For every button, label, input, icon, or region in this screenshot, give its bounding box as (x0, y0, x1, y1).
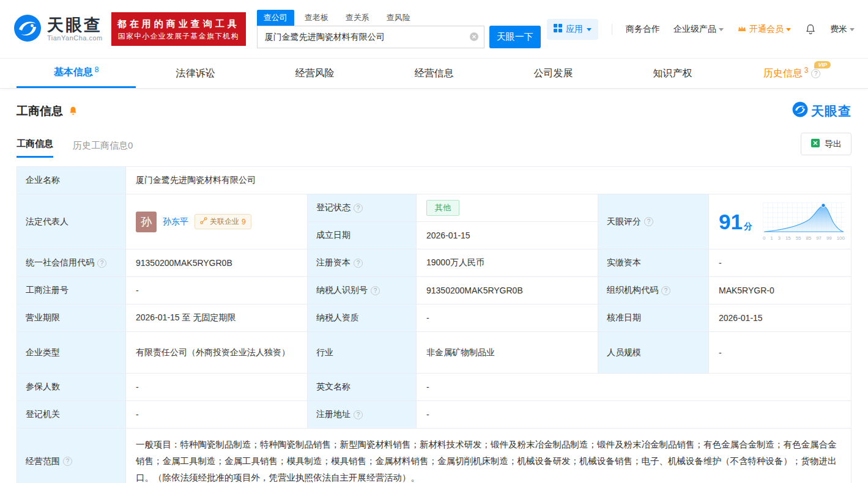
related-count: 9 (242, 218, 246, 226)
help-icon[interactable]: ? (97, 259, 106, 268)
score-unit: 分 (744, 221, 752, 231)
enterprise-label: 企业级产品 (673, 24, 716, 35)
apps-menu-button[interactable]: 应用 (547, 19, 598, 40)
relation-network-icon (200, 217, 207, 226)
field-label-staff-size: 人员规模 (598, 332, 709, 374)
field-value-reg-capital: 19000万人民币 (417, 249, 598, 277)
slogan-line1: 都在用的商业查询工具 (117, 17, 240, 31)
tianyancha-logo[interactable]: 天眼查 TianYanCha.com (13, 14, 103, 44)
search-tab-boss[interactable]: 查老板 (298, 10, 335, 26)
field-label-insured-count: 参保人数 (17, 374, 126, 401)
slogan-line2: 国家中小企业发展子基金旗下机构 (117, 31, 240, 42)
open-vip-label: 开通会员 (749, 24, 784, 35)
field-label-approval-date: 核准日期 (598, 304, 709, 332)
tab-label: 法律诉讼 (176, 67, 215, 80)
user-menu[interactable]: 费米 (830, 24, 855, 35)
help-icon[interactable]: ? (811, 69, 820, 78)
tab-history-info[interactable]: VIP 历史信息3 ? (732, 59, 851, 88)
tab-intellectual-property[interactable]: 知识产权 (613, 59, 732, 88)
crown-icon (737, 24, 747, 34)
username-label: 费米 (830, 24, 847, 35)
field-value-paid-capital: - (709, 249, 851, 277)
field-value-business-term: 2026-01-15 至 无固定期限 (126, 304, 308, 332)
business-info-table: 企业名称 厦门金鹭先进陶瓷材料有限公司 法定代表人 孙 孙东平 关联企业 9 登… (17, 166, 851, 483)
field-label-english-name: 英文名称 (308, 374, 417, 401)
field-value-company-name: 厦门金鹭先进陶瓷材料有限公司 (126, 167, 851, 194)
search-input[interactable] (257, 26, 484, 48)
help-icon[interactable]: ? (354, 410, 363, 419)
subtab-history-business-info[interactable]: 历史工商信息0 (73, 140, 133, 158)
field-value-establish-date: 2026-01-15 (417, 222, 598, 249)
business-info-subtabs: 工商信息 历史工商信息0 导出 (0, 133, 868, 158)
field-label-company-name: 企业名称 (17, 167, 126, 194)
section-header: 工商信息 天眼查 (0, 101, 868, 120)
field-label-company-type: 企业类型 (17, 332, 126, 374)
field-value-reg-status: 其他 (417, 194, 598, 222)
help-icon[interactable]: ? (644, 217, 653, 226)
field-value-reg-address: - (417, 401, 851, 429)
field-value-taxpayer-quality: - (417, 304, 598, 332)
search-type-tabs: 查公司 查老板 查关系 查风险 (257, 10, 541, 26)
field-label-legal-rep: 法定代表人 (17, 194, 126, 249)
search-tab-relation[interactable]: 查关系 (339, 10, 376, 26)
tab-label: 经营信息 (415, 67, 454, 80)
bell-icon (804, 23, 817, 35)
tianyancha-logo-icon (13, 14, 42, 44)
search-button[interactable]: 天眼一下 (489, 26, 541, 48)
field-value-insured-count: - (126, 374, 308, 401)
chevron-down-icon (587, 28, 592, 34)
export-button[interactable]: 导出 (801, 133, 851, 155)
field-value-legal-rep: 孙 孙东平 关联企业 9 (126, 194, 308, 249)
menu-item-open-vip[interactable]: 开通会员 (737, 24, 791, 35)
watermark-brand-text: 天眼查 (811, 103, 851, 120)
tianyancha-watermark: 天眼查 (792, 101, 851, 120)
menu-item-enterprise[interactable]: 企业级产品 (673, 24, 724, 35)
related-companies-badge[interactable]: 关联企业 9 (195, 214, 251, 229)
search-tab-risk[interactable]: 查风险 (380, 10, 417, 26)
clear-icon[interactable] (469, 32, 479, 42)
chevron-down-icon (719, 28, 724, 34)
tab-count: 8 (95, 65, 99, 74)
tab-company-development[interactable]: 公司发展 (494, 59, 613, 88)
tab-operating-info[interactable]: 经营信息 (374, 59, 494, 88)
field-label-business-term: 营业期限 (17, 304, 126, 332)
field-value-company-type: 有限责任公司（外商投资企业法人独资） (126, 332, 308, 374)
field-value-reg-no: - (126, 277, 308, 304)
legal-rep-name-link[interactable]: 孙东平 (163, 216, 188, 227)
tab-label: 基本信息 (54, 66, 93, 79)
field-value-reg-authority: - (126, 401, 308, 429)
help-icon[interactable]: ? (371, 286, 380, 295)
menu-item-cooperation[interactable]: 商务合作 (626, 24, 660, 35)
field-label-score: 天眼评分 ? (598, 194, 709, 249)
tab-basic-info[interactable]: 基本信息8 (17, 59, 136, 88)
legal-rep-avatar[interactable]: 孙 (136, 212, 157, 232)
subscribe-bell-icon[interactable] (68, 106, 78, 116)
chevron-down-icon (850, 28, 855, 34)
related-label: 关联企业 (210, 216, 239, 227)
field-label-paid-capital: 实缴资本 (598, 249, 709, 277)
cooperation-label: 商务合作 (626, 24, 660, 35)
tab-count: 3 (804, 66, 809, 75)
tab-legal-proceedings[interactable]: 法律诉讼 (136, 59, 255, 88)
field-value-taxpayer-id: 91350200MAK5RYGR0B (417, 277, 598, 304)
help-icon[interactable]: ? (63, 457, 72, 466)
apps-menu-label: 应用 (566, 24, 583, 35)
field-value-staff-size: - (709, 332, 851, 374)
subtab-business-info[interactable]: 工商信息 (17, 138, 53, 158)
help-icon[interactable]: ? (661, 286, 670, 295)
company-nav-tabs: 基本信息8 法律诉讼 经营风险 经营信息 公司发展 知识产权 VIP 历史信息3… (0, 59, 868, 89)
field-label-reg-address: 注册地址 ? (308, 401, 417, 429)
field-label-credit-code: 统一社会信用代码 ? (17, 249, 126, 277)
search-tab-company[interactable]: 查公司 (257, 10, 294, 26)
help-icon[interactable]: ? (354, 204, 363, 213)
field-value-score: 91分 0131555859799100 (709, 194, 851, 249)
tab-operating-risk[interactable]: 经营风险 (255, 59, 374, 88)
field-label-reg-status: 登记状态 ? (308, 194, 417, 222)
apps-grid-icon (554, 24, 562, 34)
excel-icon (811, 138, 820, 150)
help-icon[interactable]: ? (354, 259, 363, 268)
tab-label: 经营风险 (295, 67, 335, 80)
notification-bell-button[interactable] (804, 23, 817, 35)
field-value-english-name: - (417, 374, 851, 401)
field-label-taxpayer-id: 纳税人识别号 ? (308, 277, 417, 304)
